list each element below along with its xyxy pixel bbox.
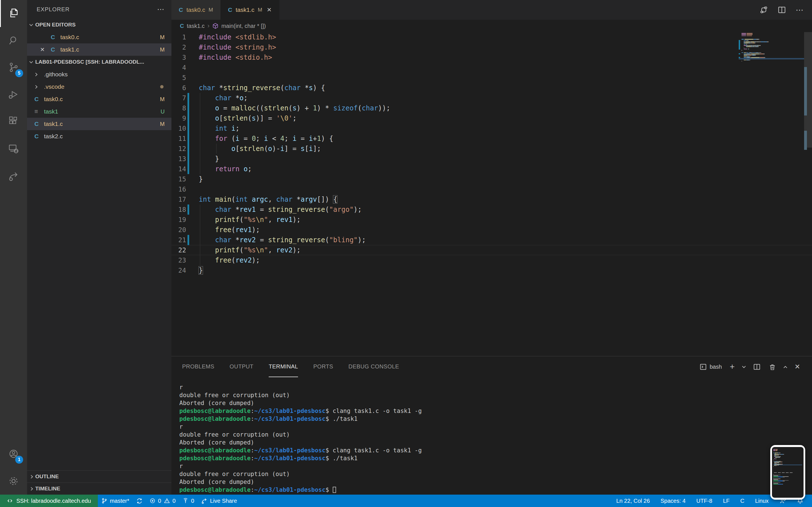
- code-line-19[interactable]: 19 printf("%s\n", rev1);: [171, 215, 812, 225]
- code-line-17[interactable]: 17int main(int argc, char *argv[]) {: [171, 194, 812, 205]
- panel-tab-output[interactable]: OUTPUT: [230, 356, 253, 377]
- code-line-2[interactable]: 2#include <string.h>: [171, 42, 812, 52]
- code-line-21[interactable]: 21 char *rev2 = string_reverse("bling");: [171, 235, 812, 245]
- outline-section-header[interactable]: OUTLINE: [27, 470, 171, 483]
- minimap[interactable]: [739, 33, 804, 62]
- sync-item[interactable]: [133, 495, 146, 507]
- activity-source-control[interactable]: 5: [0, 54, 27, 81]
- run-debug-icon: [7, 88, 20, 101]
- code-line-14[interactable]: 14 return o;: [171, 164, 812, 174]
- tree-item-task2.c[interactable]: Ctask2.c: [27, 130, 171, 143]
- code-editor[interactable]: 1#include <stdlib.h>2#include <string.h>…: [171, 32, 812, 356]
- explorer-more-actions-icon[interactable]: ⋯: [157, 5, 165, 14]
- remote-os[interactable]: Linux: [752, 498, 772, 504]
- code-line-20[interactable]: 20 free(rev1);: [171, 225, 812, 235]
- editor-scrollbar[interactable]: [804, 32, 812, 356]
- editor-tab-task0.c[interactable]: Ctask0.cM: [171, 0, 221, 20]
- code-line-7[interactable]: 7 char *o;: [171, 93, 812, 103]
- split-editor-icon[interactable]: [777, 6, 786, 14]
- modified-change-bar: [188, 133, 189, 144]
- ports-count: 0: [191, 498, 194, 504]
- breadcrumb-file[interactable]: task1.c: [187, 23, 204, 29]
- tree-item-.githooks[interactable]: .githooks: [27, 68, 171, 80]
- workspace-folder-header[interactable]: LAB01-PDESBOSC [SSH: LABRADOODL...: [27, 56, 171, 68]
- open-editor-task0.c[interactable]: Ctask0.cM: [27, 31, 171, 43]
- cursor-position[interactable]: Ln 22, Col 26: [613, 498, 653, 504]
- eol-sequence[interactable]: LF: [719, 498, 733, 504]
- activity-search[interactable]: [0, 27, 27, 54]
- extensions-icon: [7, 115, 20, 128]
- shell-picker[interactable]: bash: [700, 363, 722, 371]
- code-line-24[interactable]: 24}: [171, 265, 812, 276]
- code-line-15[interactable]: 15}: [171, 174, 812, 184]
- more-actions-icon[interactable]: ⋯: [796, 5, 804, 15]
- terminal-output[interactable]: rdouble free or corruption (out)Aborted …: [171, 377, 812, 494]
- modified-change-bar: [188, 123, 189, 133]
- code-line-23[interactable]: 23 free(rev2);: [171, 255, 812, 265]
- code-line-22[interactable]: 22 printf("%s\n", rev2);: [171, 245, 812, 255]
- gutter: [186, 154, 190, 164]
- gutter: [186, 103, 190, 113]
- code-line-11[interactable]: 11 for (i = 0; i < 4; i = i+1) {: [171, 133, 812, 144]
- open-changes-icon[interactable]: [760, 6, 768, 14]
- gutter: [186, 73, 190, 83]
- activity-explorer[interactable]: [0, 0, 27, 27]
- editor-tab-task1.c[interactable]: Ctask1.cM✕: [221, 0, 280, 20]
- code-line-5[interactable]: 5: [171, 73, 812, 83]
- code-line-12[interactable]: 12 o[strlen(o)-i] = s[i];: [171, 144, 812, 154]
- open-editors-header[interactable]: OPEN EDITORS: [27, 18, 171, 31]
- activity-extensions[interactable]: [0, 108, 27, 135]
- radio-tower-icon: [183, 498, 189, 504]
- code-line-8[interactable]: 8 o = malloc((strlen(s) + 1) * sizeof(ch…: [171, 103, 812, 113]
- activity-remote-explorer[interactable]: [0, 135, 27, 162]
- panel-tab-ports[interactable]: PORTS: [313, 356, 333, 377]
- open-editor-task1.c[interactable]: ✕Ctask1.cM: [27, 43, 171, 56]
- code-line-3[interactable]: 3#include <stdio.h>: [171, 52, 812, 62]
- indentation[interactable]: Spaces: 4: [657, 498, 689, 504]
- close-icon[interactable]: ✕: [40, 46, 51, 53]
- new-terminal-icon[interactable]: +: [730, 362, 735, 372]
- ports-item[interactable]: 0: [179, 495, 198, 507]
- panel-tab-terminal[interactable]: TERMINAL: [269, 356, 298, 377]
- code-line-16[interactable]: 16: [171, 184, 812, 194]
- file-icon: ≡: [35, 108, 44, 115]
- encoding[interactable]: UTF-8: [693, 498, 716, 504]
- code-line-10[interactable]: 10 int i;: [171, 123, 812, 133]
- tree-item-task1[interactable]: ≡task1U: [27, 105, 171, 118]
- tree-item-task1.c[interactable]: Ctask1.cM: [27, 118, 171, 130]
- code-line-18[interactable]: 18 char *rev1 = string_reverse("argo");: [171, 205, 812, 215]
- kill-terminal-icon[interactable]: [769, 363, 776, 371]
- tree-item-.vscode[interactable]: .vscode: [27, 80, 171, 93]
- activity-run-debug[interactable]: [0, 81, 27, 108]
- terminal-line: double free or corruption (out): [179, 431, 812, 439]
- code-line-6[interactable]: 6char *string_reverse(char *s) {: [171, 83, 812, 93]
- activity-accounts[interactable]: 1: [0, 441, 27, 467]
- timeline-section-header[interactable]: TIMELINE: [27, 483, 171, 495]
- close-panel-icon[interactable]: ✕: [795, 363, 800, 371]
- code-line-4[interactable]: 4: [171, 62, 812, 73]
- activity-settings[interactable]: [0, 467, 27, 495]
- panel-tab-debug-console[interactable]: DEBUG CONSOLE: [349, 356, 399, 377]
- panel-tab-problems[interactable]: PROBLEMS: [182, 356, 214, 377]
- code-line-1[interactable]: 1#include <stdlib.h>: [171, 32, 812, 42]
- breadcrumb-symbol[interactable]: main(int, char * []): [221, 23, 266, 29]
- activity-live-share[interactable]: [0, 162, 27, 189]
- tree-item-task0.c[interactable]: Ctask0.cM: [27, 93, 171, 105]
- screen-share-thumbnail[interactable]: [770, 445, 805, 500]
- live-share-item[interactable]: Live Share: [198, 495, 241, 507]
- language-mode[interactable]: C: [737, 498, 748, 504]
- modified-change-bar: [188, 154, 189, 164]
- minimap-current-line: [739, 58, 804, 59]
- maximize-panel-icon[interactable]: [783, 366, 787, 370]
- remote-indicator[interactable]: SSH: labradoodle.caltech.edu: [0, 495, 98, 507]
- gutter: [186, 245, 190, 255]
- terminal-dropdown-icon[interactable]: [742, 364, 746, 368]
- code-line-13[interactable]: 13 }: [171, 154, 812, 164]
- problems-item[interactable]: 0 0: [146, 495, 179, 507]
- git-branch-item[interactable]: master*: [98, 495, 133, 507]
- close-icon[interactable]: ✕: [267, 6, 272, 13]
- gutter: [186, 133, 190, 144]
- split-terminal-icon[interactable]: [753, 363, 761, 371]
- code-line-9[interactable]: 9 o[strlen(s)] = '\0';: [171, 113, 812, 123]
- gutter: [186, 123, 190, 133]
